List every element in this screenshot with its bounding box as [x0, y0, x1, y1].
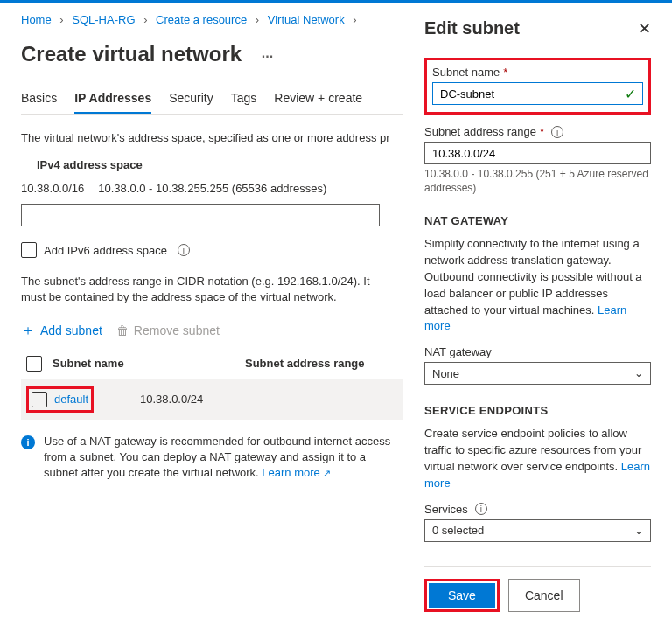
tab-review-create[interactable]: Review + create	[274, 84, 362, 114]
ipv4-range: 10.38.0.0 - 10.38.255.255 (65536 address…	[98, 182, 326, 195]
ipv6-label: Add IPv6 address space	[44, 244, 167, 257]
info-icon: i	[21, 435, 35, 449]
tab-basics[interactable]: Basics	[21, 84, 57, 114]
info-icon[interactable]: i	[551, 126, 564, 138]
cancel-button[interactable]: Cancel	[508, 579, 580, 612]
col-subnet-name: Subnet name	[52, 357, 245, 370]
address-space-desc: The virtual network's address space, spe…	[21, 130, 402, 146]
nat-gateway-select[interactable]: None ⌄	[424, 362, 651, 385]
breadcrumb: Home › SQL-HA-RG › Create a resource › V…	[21, 3, 402, 37]
learn-more-link[interactable]: Learn more	[262, 466, 331, 479]
page-title: Create virtual network ···	[21, 37, 402, 84]
add-subnet-button[interactable]: ＋ Add subnet	[21, 322, 102, 340]
service-endpoints-heading: SERVICE ENDPOINTS	[424, 404, 651, 417]
nat-recommendation: Use of a NAT gateway is recommended for …	[44, 434, 402, 482]
panel-title: Edit subnet	[424, 18, 520, 38]
breadcrumb-item[interactable]: SQL-HA-RG	[72, 13, 135, 26]
info-icon[interactable]: i	[475, 503, 487, 515]
ipv4-row: 10.38.0.0/16 10.38.0.0 - 10.38.255.255 (…	[21, 178, 402, 204]
tab-ip-addresses[interactable]: IP Addresses	[74, 84, 151, 114]
tab-security[interactable]: Security	[169, 84, 214, 114]
subnet-range-input[interactable]	[424, 142, 651, 164]
nat-gateway-label: NAT gateway	[424, 345, 651, 358]
breadcrumb-item[interactable]: Create a resource	[156, 13, 247, 26]
chevron-right-icon: ›	[250, 13, 264, 26]
subnet-range-cell: 10.38.0.0/24	[140, 393, 397, 406]
subnet-table: Subnet name Subnet address range default…	[21, 349, 402, 420]
ipv4-cidr: 10.38.0.0/16	[21, 182, 84, 195]
breadcrumb-item[interactable]: Home	[21, 13, 52, 26]
trash-icon: 🗑	[116, 323, 129, 337]
save-button[interactable]: Save	[429, 583, 495, 608]
service-endpoints-text: Create service endpoint policies to allo…	[424, 426, 651, 491]
ipv4-label: IPv4 address space	[21, 146, 402, 178]
address-space-input[interactable]	[21, 204, 380, 226]
info-icon[interactable]: i	[178, 244, 190, 256]
checkmark-icon: ✓	[625, 86, 636, 102]
close-icon[interactable]: ✕	[638, 19, 651, 38]
tab-bar: Basics IP Addresses Security Tags Review…	[21, 84, 402, 115]
subnet-name-link[interactable]: default	[54, 393, 88, 406]
remove-subnet-button: 🗑 Remove subnet	[116, 322, 220, 340]
chevron-right-icon: ›	[54, 13, 68, 26]
chevron-down-icon: ⌄	[634, 525, 643, 537]
more-icon[interactable]: ···	[248, 49, 273, 64]
col-subnet-range: Subnet address range	[245, 357, 397, 370]
subnet-name-label: Subnet name*	[432, 66, 643, 79]
ipv6-checkbox[interactable]	[21, 242, 37, 258]
row-checkbox[interactable]	[32, 392, 47, 407]
nat-heading: NAT GATEWAY	[424, 214, 651, 227]
chevron-right-icon: ›	[138, 13, 152, 26]
table-row[interactable]: default 10.38.0.0/24	[21, 379, 402, 420]
breadcrumb-item[interactable]: Virtual Network	[268, 13, 345, 26]
subnet-desc: The subnet's address range in CIDR notat…	[21, 274, 402, 305]
chevron-right-icon: ›	[347, 13, 361, 26]
services-label: Services i	[424, 503, 651, 516]
nat-text: Simplify connectivity to the internet us…	[424, 236, 651, 335]
subnet-name-input[interactable]	[432, 82, 643, 105]
tab-tags[interactable]: Tags	[231, 84, 257, 114]
services-select[interactable]: 0 selected ⌄	[424, 519, 651, 542]
plus-icon: ＋	[21, 322, 35, 340]
chevron-down-icon: ⌄	[634, 367, 643, 379]
subnet-range-hint: 10.38.0.0 - 10.38.0.255 (251 + 5 Azure r…	[424, 168, 651, 195]
subnet-range-label: Subnet address range* i	[424, 125, 651, 138]
select-all-checkbox[interactable]	[26, 356, 42, 372]
